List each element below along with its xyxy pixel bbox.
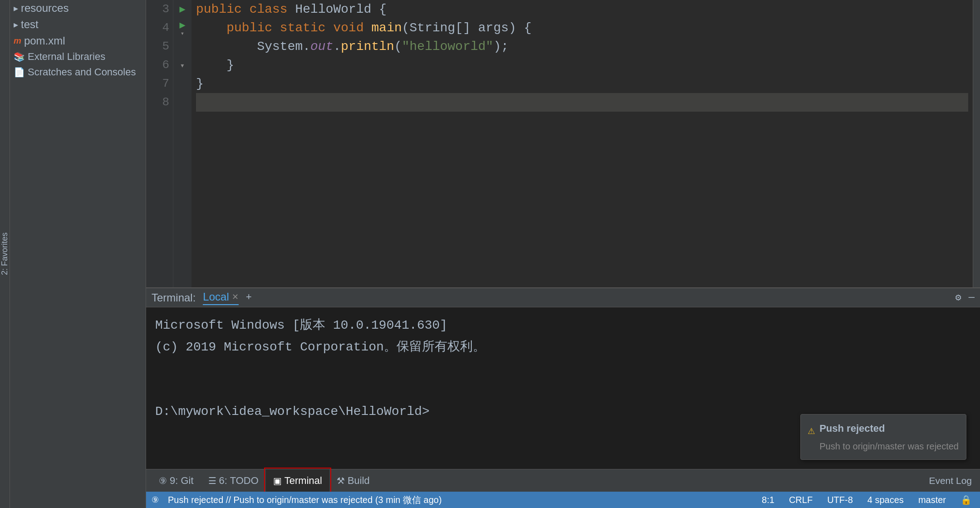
- line-num-4: 4: [150, 19, 169, 37]
- build-icon: ⚒: [337, 475, 345, 486]
- sidebar-item-external-libraries[interactable]: 📚 External Libraries: [10, 49, 146, 64]
- sidebar-item-label: pom.xml: [24, 35, 65, 47]
- branch-lock-icon: 🔒: [958, 493, 975, 506]
- folder-icon: ▸: [14, 3, 18, 14]
- terminal-line-3: [155, 358, 971, 380]
- push-notification-desc: Push to origin/master was rejected: [819, 439, 959, 454]
- git-branch[interactable]: master: [916, 494, 949, 506]
- terminal-tab-label: Local: [203, 291, 229, 303]
- terminal-settings-icon[interactable]: ⚙: [956, 291, 961, 304]
- push-notification-content: Push rejected Push to origin/master was …: [819, 420, 959, 454]
- favorites-label[interactable]: 2: Favorites: [0, 232, 10, 275]
- warning-icon: ⚠: [808, 421, 815, 441]
- sidebar-item-label: resources: [21, 2, 69, 15]
- gutter-run-4[interactable]: ▶ ▾: [179, 19, 185, 37]
- gutter: ▶ ▶ ▾ ▾: [173, 0, 191, 287]
- code-line-8: [196, 93, 968, 112]
- bottom-tab-todo[interactable]: ☰ 6: TODO: [201, 469, 266, 492]
- line-num-8: 8: [150, 93, 169, 112]
- terminal-line-4: [155, 380, 971, 401]
- bottom-tab-build[interactable]: ⚒ Build: [329, 469, 377, 492]
- status-right: 8:1 CRLF UTF-8 4 spaces master 🔒: [759, 493, 975, 506]
- bottom-tab-git-label: 9: Git: [170, 475, 194, 487]
- git-icon: ⑨: [159, 475, 167, 486]
- fold-icon[interactable]: ▾: [180, 60, 185, 70]
- code-line-7: }: [196, 74, 968, 93]
- terminal-line-2: (c) 2019 Microsoft Corporation。保留所有权利。: [155, 336, 971, 358]
- terminal-line-1: Microsoft Windows [版本 10.0.19041.630]: [155, 315, 971, 336]
- terminal-header: Terminal: Local ✕ + ⚙ —: [146, 288, 980, 307]
- git-branch-icon: ⑨: [152, 495, 159, 505]
- push-notification-title: Push rejected: [819, 420, 959, 437]
- editor-area: 3 4 5 6 7 8 ▶ ▶ ▾: [146, 0, 980, 287]
- line-num-6: 6: [150, 56, 169, 74]
- line-numbers: 3 4 5 6 7 8: [146, 0, 173, 287]
- code-container: 3 4 5 6 7 8 ▶ ▶ ▾: [146, 0, 980, 287]
- code-line-4: public static void main(String[] args) {: [196, 19, 968, 37]
- gutter-fold-6[interactable]: ▾: [180, 56, 185, 74]
- gutter-run-3[interactable]: ▶: [179, 0, 185, 19]
- code-line-6: }: [196, 56, 968, 74]
- line-endings[interactable]: CRLF: [786, 494, 815, 506]
- run-icon[interactable]: ▶: [179, 3, 185, 15]
- terminal-tab-add[interactable]: +: [246, 292, 252, 303]
- scratches-icon: 📄: [14, 67, 25, 78]
- cursor-position[interactable]: 8:1: [759, 494, 777, 506]
- project-sidebar: ▸ resources ▸ test m pom.xml 📚 External …: [10, 0, 146, 508]
- event-log-btn[interactable]: Event Log: [926, 474, 975, 487]
- todo-icon: ☰: [208, 475, 216, 486]
- folder-icon: ▸: [14, 19, 18, 30]
- favorites-bar: 2: Favorites: [0, 0, 10, 508]
- status-bar: ⑨ Push rejected // Push to origin/master…: [146, 492, 980, 508]
- fold-icon[interactable]: ▾: [181, 30, 184, 37]
- terminal-panel: Terminal: Local ✕ + ⚙ — Microsoft Window…: [146, 287, 980, 469]
- bottom-tab-git[interactable]: ⑨ 9: Git: [152, 469, 201, 492]
- editor-scrollbar[interactable]: [973, 0, 980, 287]
- sidebar-item-scratches[interactable]: 📄 Scratches and Consoles: [10, 64, 146, 80]
- terminal-minimize-icon[interactable]: —: [969, 292, 975, 303]
- terminal-body[interactable]: Microsoft Windows [版本 10.0.19041.630] (c…: [146, 307, 980, 469]
- bottom-tab-build-label: Build: [348, 475, 370, 487]
- encoding[interactable]: UTF-8: [824, 494, 856, 506]
- terminal-actions: ⚙ —: [956, 291, 975, 304]
- sidebar-item-pom[interactable]: m pom.xml: [10, 33, 146, 49]
- sidebar-item-resources[interactable]: ▸ resources: [10, 0, 146, 16]
- sidebar-item-label: test: [21, 18, 39, 31]
- sidebar-item-test[interactable]: ▸ test: [10, 16, 146, 33]
- bottom-tab-terminal[interactable]: ▣ Terminal: [266, 469, 329, 492]
- line-num-3: 3: [150, 0, 169, 19]
- code-editor[interactable]: public class HelloWorld { public static …: [191, 0, 973, 287]
- terminal-tab-close[interactable]: ✕: [232, 292, 239, 302]
- sidebar-commit: 📚 External Libraries 📄 Scratches and Con…: [10, 49, 146, 80]
- library-icon: 📚: [14, 51, 25, 62]
- bottom-tabs-bar: ⑨ 9: Git ☰ 6: TODO ▣ Terminal ⚒ Build Ev…: [146, 469, 980, 492]
- sidebar-item-label: External Libraries: [28, 51, 105, 63]
- terminal-icon: ▣: [273, 475, 282, 486]
- indent-setting[interactable]: 4 spaces: [865, 494, 906, 506]
- status-left: ⑨: [152, 495, 159, 505]
- bottom-tab-terminal-label: Terminal: [284, 475, 322, 487]
- line-num-5: 5: [150, 37, 169, 56]
- push-notification: ⚠ Push rejected Push to origin/master wa…: [800, 414, 966, 460]
- code-line-5: System.out.println("helloworld");: [196, 37, 968, 56]
- bottom-tab-todo-label: 6: TODO: [219, 475, 259, 487]
- sidebar-item-label: Scratches and Consoles: [28, 66, 136, 78]
- main-content: 3 4 5 6 7 8 ▶ ▶ ▾: [146, 0, 980, 508]
- terminal-tab-local[interactable]: Local ✕: [203, 291, 238, 305]
- code-line-3: public class HelloWorld {: [196, 0, 968, 19]
- status-message[interactable]: Push rejected // Push to origin/master w…: [168, 494, 750, 506]
- terminal-title: Terminal:: [152, 291, 196, 304]
- maven-icon: m: [14, 36, 21, 46]
- line-num-7: 7: [150, 74, 169, 93]
- bottom-right-area: Event Log: [926, 474, 975, 487]
